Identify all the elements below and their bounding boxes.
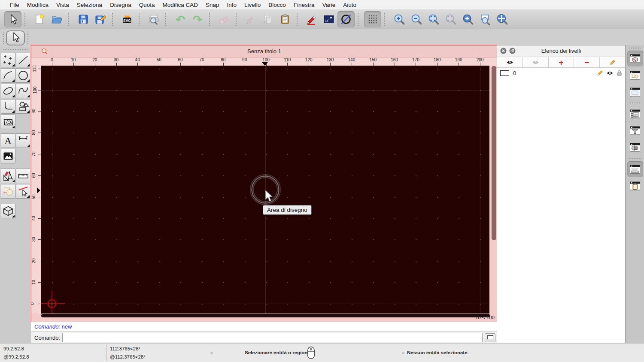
- spline-tool-button[interactable]: [16, 84, 30, 98]
- save-as-button[interactable]: [92, 11, 109, 27]
- dock-layer-list-button[interactable]: [627, 51, 643, 66]
- vertical-scrollbar-thumb[interactable]: [492, 66, 496, 240]
- save-button[interactable]: [75, 11, 92, 27]
- open-drawing-button[interactable]: [48, 11, 65, 27]
- layer-row[interactable]: 0: [497, 68, 625, 78]
- submenu-corner-icon: [12, 64, 15, 66]
- add-layer-button[interactable]: +: [549, 57, 574, 67]
- menu-modifica-cad[interactable]: Modifica CAD: [158, 2, 202, 8]
- vertical-scrollbar[interactable]: [490, 66, 497, 314]
- pal-selection-icon: [2, 185, 14, 197]
- solid-tool-button[interactable]: [1, 204, 15, 218]
- grid-toggle-button[interactable]: [364, 11, 381, 27]
- edit-layer-icon[interactable]: [597, 70, 603, 76]
- menu-modifica[interactable]: Modifica: [23, 2, 52, 8]
- edit-layer-button[interactable]: [600, 57, 625, 67]
- dimension-tool-button[interactable]: [16, 133, 30, 148]
- selection-pointer-button[interactable]: [6, 30, 25, 45]
- svg-text:+: +: [263, 21, 265, 25]
- circle-tool-button[interactable]: [16, 68, 30, 83]
- dock-command-line-button[interactable]: [627, 161, 643, 177]
- image-tool-button[interactable]: [1, 149, 15, 163]
- zoom-previous-button[interactable]: [459, 11, 477, 27]
- layer-color-swatch[interactable]: [500, 70, 509, 76]
- menu-quota[interactable]: Quota: [135, 2, 159, 8]
- h-ruler-tick: [480, 63, 480, 66]
- dock-property-list-button[interactable]: [627, 106, 643, 122]
- menu-finestra[interactable]: Finestra: [290, 2, 319, 8]
- v-ruler-number: 90: [31, 109, 36, 114]
- points-tool-button[interactable]: [1, 53, 15, 67]
- hatch-tool-button[interactable]: [1, 115, 15, 129]
- menu-snap[interactable]: Snap: [202, 2, 223, 8]
- measure-tool-button[interactable]: [16, 169, 30, 183]
- layer-panel-titlebar[interactable]: Elenco dei livelli: [497, 45, 625, 57]
- menu-aiuto[interactable]: Aiuto: [339, 2, 360, 8]
- toolbar-drag-handle[interactable]: [27, 33, 28, 44]
- text-tool-button[interactable]: A: [1, 133, 15, 148]
- selection-tools-button[interactable]: [1, 184, 15, 199]
- info-tool-button[interactable]: [16, 184, 30, 199]
- shapes-tool-button[interactable]: [16, 99, 30, 114]
- menu-vista[interactable]: Vista: [52, 2, 73, 8]
- dock-drag-handle[interactable]: [629, 48, 641, 48]
- menu-livello[interactable]: Livello: [240, 2, 264, 8]
- erase-button[interactable]: [216, 11, 233, 27]
- horizontal-scrollbar[interactable]: 10 < 100: [31, 314, 497, 322]
- menu-disegna[interactable]: Disegna: [106, 2, 135, 8]
- h-ruler-number: 50: [157, 57, 161, 62]
- hide-all-layers-button[interactable]: [523, 57, 549, 67]
- menu-seleziona[interactable]: Seleziona: [73, 2, 106, 8]
- horizontal-scrollbar-thumb[interactable]: [41, 314, 490, 317]
- polyline-tool-button[interactable]: [1, 99, 15, 114]
- command-input[interactable]: [62, 333, 483, 342]
- drawing-window-titlebar[interactable]: Senza titolo 1: [31, 45, 497, 57]
- print-preview-button[interactable]: [145, 11, 162, 27]
- v-ruler-tick: [38, 133, 41, 133]
- zoom-window-button[interactable]: [477, 11, 494, 27]
- menu-file[interactable]: File: [6, 2, 23, 8]
- magnifier-plus-icon: [393, 13, 405, 25]
- dock-view-widget-button[interactable]: [627, 139, 643, 155]
- zoom-out-button[interactable]: [408, 11, 425, 27]
- close-panel-button[interactable]: [500, 48, 507, 54]
- layer-lock-icon[interactable]: [617, 70, 622, 76]
- auto-zoom-button[interactable]: [425, 11, 442, 27]
- detach-command-button[interactable]: [485, 333, 495, 342]
- select-button[interactable]: [4, 11, 21, 27]
- drawing-canvas[interactable]: Area di disegno: [41, 66, 489, 314]
- v-ruler-number: 60: [31, 173, 36, 178]
- zoom-redraw-button[interactable]: [442, 11, 459, 27]
- menu-info[interactable]: Info: [223, 2, 241, 8]
- svg-export-button[interactable]: SVG: [118, 11, 136, 27]
- edit-pen-button[interactable]: [303, 11, 320, 27]
- paste-button[interactable]: [276, 11, 294, 27]
- modify-tools-button[interactable]: [1, 169, 15, 183]
- new-drawing-button[interactable]: [31, 11, 48, 27]
- menu-blocco[interactable]: Blocco: [264, 2, 290, 8]
- ellipse-tool-button[interactable]: [1, 84, 15, 98]
- undo-button[interactable]: ↶: [172, 11, 189, 27]
- zoom-pan-button[interactable]: [494, 11, 511, 27]
- line-tool-button[interactable]: [16, 53, 30, 67]
- dock-block-list-button[interactable]: [627, 67, 643, 83]
- show-all-layers-button[interactable]: [497, 57, 523, 67]
- dock-selection-filter-button[interactable]: [627, 123, 643, 139]
- dock-library-browser-button[interactable]: [627, 84, 643, 100]
- palette-drag-handle[interactable]: [3, 49, 27, 50]
- toolbar-drag-handle[interactable]: [3, 33, 4, 44]
- dock-clipboard-panel-button[interactable]: [627, 178, 643, 194]
- submenu-corner-icon: [27, 145, 30, 147]
- layer-visibility-icon[interactable]: [606, 70, 614, 76]
- magnifier-redraw-icon: [445, 13, 457, 25]
- arc-tool-button[interactable]: [1, 68, 15, 83]
- float-panel-button[interactable]: [509, 48, 516, 54]
- draft-mode-button[interactable]: [337, 11, 355, 27]
- menu-varie[interactable]: Varie: [319, 2, 340, 8]
- relative-zero-button[interactable]: [320, 11, 337, 27]
- copy-button[interactable]: +: [259, 11, 276, 27]
- remove-layer-button[interactable]: −: [574, 57, 600, 67]
- cut-button[interactable]: ✂+: [242, 11, 259, 27]
- redo-button[interactable]: ↷: [189, 11, 206, 27]
- zoom-in-button[interactable]: [391, 11, 408, 27]
